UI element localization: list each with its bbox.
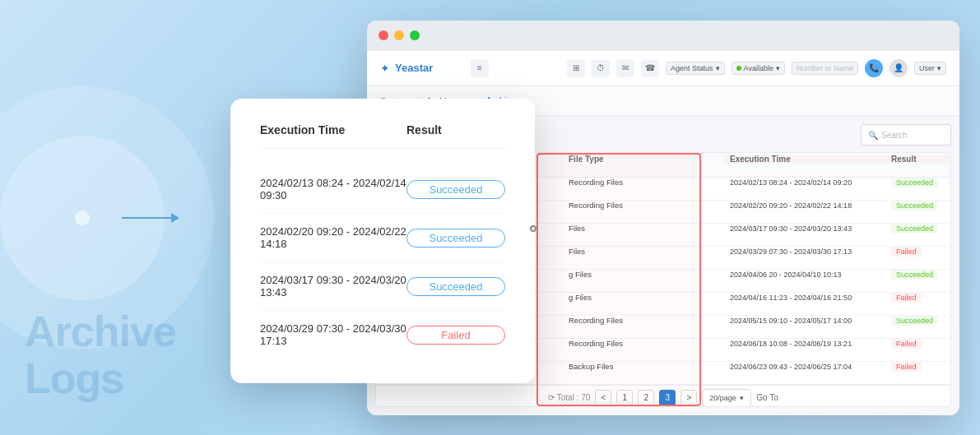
mail-icon[interactable]: ✉ [616,59,634,77]
timer-icon[interactable]: ⏱ [592,59,610,77]
row-file-type: Files [562,224,723,233]
row-exec-time: 2024/06/18 10:08 - 2024/06/19 13:21 [723,340,885,348]
window-maximize-dot[interactable] [410,30,420,40]
popup-time-2: 2024/02/20 09:20 - 2024/02/22 14:18 [260,225,406,250]
number-name-input[interactable]: Number or Name [792,62,858,75]
user-menu[interactable]: User ▾ [914,62,946,75]
pagination: ⟳ Total : 70 < 1 2 3 > 20/page ▾ Go To [376,385,950,407]
available-badge[interactable]: Available ▾ [732,62,785,75]
row-result: Succeeded [885,316,950,326]
popup-row: 2024/02/20 09:20 - 2024/02/22 14:18 Succ… [260,214,505,262]
popup-time-3: 2024/03/17 09:30 - 2024/03/20 13:43 [260,274,406,298]
agent-status-badge[interactable]: Agent Status ▾ [666,62,725,75]
popup-execution-header: Execution Time [260,123,406,137]
popup-time-1: 2024/02/13 08:24 - 2024/02/14 09:30 [260,177,406,201]
popup-row: 2024/03/29 07:30 - 2024/03/30 17:13 Fail… [260,311,505,359]
row-result: Failed [885,362,950,372]
popup-row: 2024/02/13 08:24 - 2024/02/14 09:30 Succ… [260,165,505,214]
popup-header: Execution Time Result [260,123,505,149]
bg-circle-dot [75,211,90,225]
logo-icon: ✦ [380,62,390,75]
row-exec-time: 2024/03/17 09:30 - 2024/03/20 13:43 [723,224,885,233]
row-file-type: Recording Files [562,201,723,210]
row-exec-time: 2024/06/23 09:43 - 2024/06/25 17:04 [723,363,885,371]
row-result: Succeeded [885,178,950,187]
row-file-type: g Files [562,270,723,279]
phone-icon[interactable]: ☎ [641,59,659,77]
row-file-type: g Files [562,293,723,302]
row-result: Failed [885,293,950,303]
popup-result-2: Succeeded [406,229,505,248]
go-to-label: Go To [756,393,778,402]
archive-logs-text: Archive Logs [25,308,176,402]
popup-row: 2024/03/17 09:30 - 2024/03/20 13:43 Succ… [260,262,505,311]
menu-icon[interactable]: ≡ [471,59,489,77]
popup-result-3: Succeeded [406,277,505,296]
row-exec-time: 2024/05/15 09:10 - 2024/05/17 14:00 [723,317,885,325]
per-page-select[interactable]: 20/page ▾ [702,389,751,407]
logo-text: Yeastar [395,62,433,74]
popup-result-4: Failed [406,326,505,345]
row-exec-time: 2024/04/06 20 - 2024/04/10 10:13 [723,271,885,279]
logo-area: ✦ Yeastar [380,62,462,75]
grid-icon[interactable]: ⊞ [567,59,585,77]
row-file-type: Backup Files [562,362,723,371]
header-icons: ⊞ ⏱ ✉ ☎ Agent Status ▾ Available ▾ Numbe… [567,59,946,77]
row-result: Failed [885,339,950,349]
row-file-type: Recording Files [562,339,723,348]
row-result: Failed [885,247,950,257]
row-file-type: Files [562,247,723,256]
row-file-type: Recording Files [562,316,723,325]
row-exec-time: 2024/03/29 07:30 - 2024/03/30 17:13 [723,248,885,256]
total-count: ⟳ Total : 70 [548,393,590,402]
page-1-btn[interactable]: 1 [616,390,633,406]
popup-result-1: Succeeded [406,180,505,199]
user-avatar[interactable]: 👤 [889,59,908,77]
th-result: Result [885,155,950,164]
call-icon[interactable]: 📞 [865,59,883,77]
page-3-btn[interactable]: 3 [659,390,676,406]
app-header: ✦ Yeastar ≡ ⊞ ⏱ ✉ ☎ Agent Status ▾ Avail… [367,50,959,86]
row-exec-time: 2024/02/13 08:24 - 2024/02/14 09:20 [723,178,885,187]
prev-page-btn[interactable]: < [595,390,611,406]
row-exec-time: 2024/02/20 09:20 - 2024/02/22 14:18 [723,201,885,210]
title-bar [367,21,959,50]
window-close-dot[interactable] [379,30,388,40]
th-execution-time: Execution Time [723,155,885,164]
th-file-type: File Type [562,155,723,164]
row-exec-time: 2024/04/16 11:23 - 2024/04/16 21:50 [723,294,885,302]
popup-time-4: 2024/03/29 07:30 - 2024/03/30 17:13 [260,322,406,347]
row-result: Succeeded [885,201,950,211]
next-page-btn[interactable]: > [680,390,697,406]
connector-dot [530,225,536,232]
arrow-graphic [122,213,179,223]
search-box[interactable]: 🔍 Search [861,124,951,146]
page-2-btn[interactable]: 2 [638,390,654,406]
connector [533,229,535,230]
row-file-type: Recording Files [562,178,723,187]
popup-card: Execution Time Result 2024/02/13 08:24 -… [230,99,535,383]
row-result: Succeeded [885,270,950,280]
popup-result-header: Result [406,123,505,137]
window-minimize-dot[interactable] [394,30,404,40]
row-result: Succeeded [885,224,950,234]
